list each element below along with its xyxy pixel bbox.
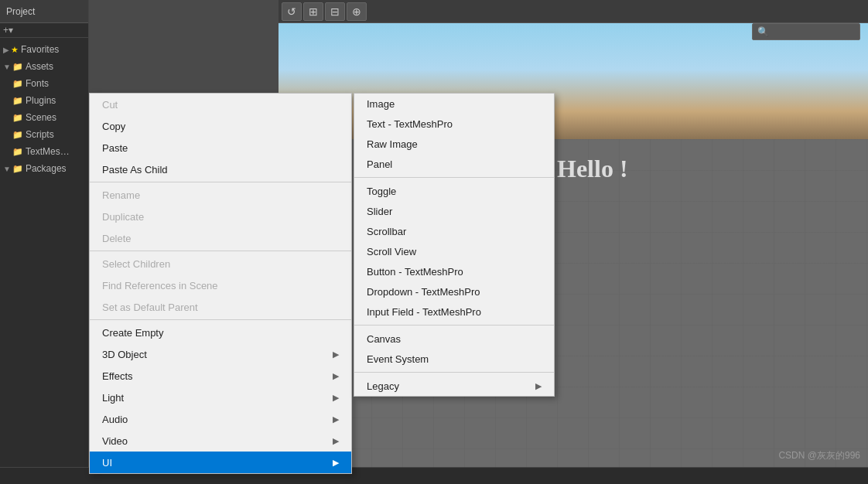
image-item[interactable]: Image [354,94,554,114]
dropdown-tmp-item[interactable]: Dropdown - TextMeshPro [354,281,554,302]
toolbar-transform-btn[interactable]: ⊕ [347,2,367,21]
project-label: Project [6,6,35,17]
input-field-tmp-label: Input Field - TextMeshPro [367,306,481,318]
toggle-item[interactable]: Toggle [354,181,554,201]
slider-item[interactable]: Slider [354,201,554,221]
folder-icon: 📁 [12,164,23,174]
search-input[interactable] [757,26,855,37]
find-references-item[interactable]: Find References in Scene [90,274,351,296]
set-default-parent-label: Set as Default Parent [102,302,198,313]
fonts-label: Fonts [26,78,49,89]
scene-toolbar: ↺ ⊞ ⊟ ⊕ [279,0,868,23]
set-default-parent-item[interactable]: Set as Default Parent [90,296,351,318]
expand-arrow: ▼ [3,165,11,173]
delete-item[interactable]: Delete [90,227,351,249]
video-item[interactable]: Video ▶ [90,430,351,452]
light-item[interactable]: Light ▶ [90,387,351,408]
3d-object-label: 3D Object [102,349,147,360]
folder-icon: 📁 [12,62,23,72]
submenu-arrow: ▶ [333,458,339,468]
packages-item[interactable]: ▼ 📁 Packages [0,160,88,177]
fonts-item[interactable]: 📁 Fonts [0,75,88,92]
scrollbar-item[interactable]: Scrollbar [354,221,554,241]
scroll-view-item[interactable]: Scroll View [354,241,554,261]
raw-image-item[interactable]: Raw Image [354,134,554,154]
light-label: Light [102,392,124,404]
find-references-label: Find References in Scene [102,280,218,291]
audio-item[interactable]: Audio ▶ [90,408,351,430]
text-textmeshpro-item[interactable]: Text - TextMeshPro [354,114,554,134]
ui-item[interactable]: UI ▶ [90,452,351,473]
folder-icon: 📁 [12,130,23,140]
star-icon: ★ [11,45,19,55]
assets-item[interactable]: ▼ 📁 Assets [0,58,88,75]
text-tmp-label: Text - TextMeshPro [367,118,453,130]
submenu-arrow: ▶ [333,436,339,446]
project-panel-header: Project [0,0,88,23]
folder-icon: 📁 [12,96,23,106]
scenes-item[interactable]: 📁 Scenes [0,109,88,126]
context-menu: Cut Copy Paste Paste As Child Rename Dup… [89,93,352,474]
expand-arrow: ▼ [3,63,11,71]
scripts-item[interactable]: 📁 Scripts [0,126,88,143]
select-children-item[interactable]: Select Children [90,253,351,274]
effects-label: Effects [102,370,133,382]
copy-item[interactable]: Copy [90,115,351,137]
effects-item[interactable]: Effects ▶ [90,365,351,387]
paste-item[interactable]: Paste [90,137,351,158]
video-label: Video [102,435,128,447]
separator-1 [90,182,351,182]
project-tree: ▶ ★ Favorites ▼ 📁 Assets 📁 Fonts 📁 Plugi… [0,38,88,180]
textmes-item[interactable]: 📁 TextMes… [0,143,88,160]
scenes-label: Scenes [26,112,56,123]
audio-label: Audio [102,414,128,425]
duplicate-label: Duplicate [102,211,144,223]
rename-item[interactable]: Rename [90,184,351,206]
scripts-label: Scripts [26,129,54,140]
copy-label: Copy [102,121,125,132]
ui-submenu: Image Text - TextMeshPro Raw Image Panel… [354,93,555,397]
folder-icon: 📁 [12,113,23,123]
toolbar-rotate-btn[interactable]: ↺ [282,2,302,21]
cut-item[interactable]: Cut [90,94,351,115]
project-tab[interactable]: Project [6,6,35,17]
paste-as-child-label: Paste As Child [102,164,168,176]
raw-image-label: Raw Image [367,138,418,150]
folder-icon: 📁 [12,79,23,89]
duplicate-item[interactable]: Duplicate [90,206,351,227]
add-button[interactable]: +▾ [3,25,13,36]
legacy-item[interactable]: Legacy ▶ [354,376,554,396]
favorites-item[interactable]: ▶ ★ Favorites [0,41,88,58]
submenu-arrow: ▶ [333,349,339,360]
input-field-tmp-item[interactable]: Input Field - TextMeshPro [354,302,554,322]
event-system-item[interactable]: Event System [354,349,554,369]
canvas-label: Canvas [367,333,401,345]
canvas-item[interactable]: Canvas [354,329,554,349]
plugins-item[interactable]: 📁 Plugins [0,92,88,109]
toolbar-scale-btn[interactable]: ⊟ [325,2,345,21]
left-panel: Project +▾ ▶ ★ Favorites ▼ 📁 Assets 📁 Fo… [0,0,89,484]
expand-arrow: ▶ [3,46,9,54]
submenu-separator-3 [354,372,554,373]
scene-search-bar[interactable] [752,23,860,40]
slider-label: Slider [367,206,392,217]
create-empty-item[interactable]: Create Empty [90,322,351,343]
submenu-separator-1 [354,177,554,178]
dropdown-tmp-label: Dropdown - TextMeshPro [367,286,480,298]
paste-as-child-item[interactable]: Paste As Child [90,158,351,180]
panel-label: Panel [367,158,392,170]
legacy-label: Legacy [367,380,399,392]
panel-item[interactable]: Panel [354,154,554,174]
submenu-arrow: ▶ [333,393,339,403]
submenu-arrow: ▶ [333,371,339,381]
assets-label: Assets [26,61,53,72]
separator-2 [90,251,351,251]
ui-label: UI [102,457,112,469]
submenu-separator-2 [354,325,554,326]
3d-object-item[interactable]: 3D Object ▶ [90,343,351,365]
toolbar-rect-btn[interactable]: ⊞ [303,2,323,21]
plugins-label: Plugins [26,95,56,106]
separator-3 [90,319,351,320]
button-tmp-item[interactable]: Button - TextMeshPro [354,261,554,281]
select-children-label: Select Children [102,258,170,270]
